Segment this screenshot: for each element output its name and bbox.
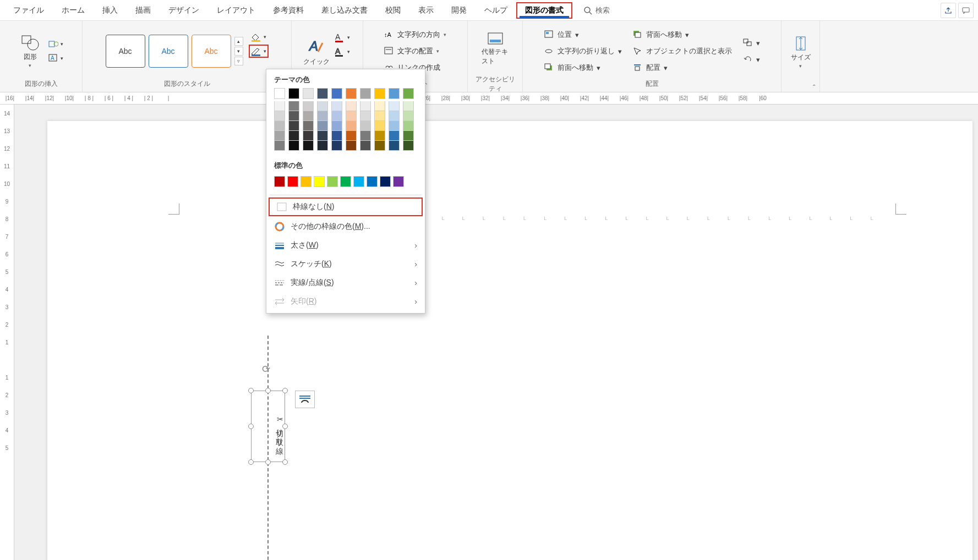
tab-layout[interactable]: レイアウト — [208, 2, 264, 19]
color-swatch[interactable] — [346, 131, 357, 141]
color-swatch[interactable] — [346, 88, 357, 99]
tab-references[interactable]: 参考資料 — [264, 2, 313, 19]
bring-forward-button[interactable]: 前面へ移動▾ — [544, 61, 622, 75]
collapse-ribbon-icon[interactable]: ⌃ — [812, 84, 816, 90]
tab-draw[interactable]: 描画 — [127, 2, 160, 19]
color-swatch[interactable] — [389, 131, 400, 141]
text-box-button[interactable]: A▾ — [46, 52, 66, 65]
color-swatch[interactable] — [393, 176, 404, 187]
position-button[interactable]: 位置▾ — [544, 28, 622, 42]
alt-text-button[interactable]: 代替テキスト — [482, 24, 509, 74]
color-swatch[interactable] — [327, 176, 338, 187]
align-button[interactable]: 配置▾ — [633, 61, 732, 75]
layout-options-button[interactable] — [295, 391, 315, 408]
tab-review[interactable]: 校閲 — [376, 2, 409, 19]
color-swatch[interactable] — [274, 176, 285, 187]
color-swatch[interactable] — [340, 176, 351, 187]
edit-shape-button[interactable]: ▾ — [46, 37, 66, 51]
color-swatch[interactable] — [403, 111, 414, 121]
document-area[interactable]: └└└└└└└└└└└└└└└└└└└└└└└└ ⟳ ✂切り取り線 — [14, 105, 978, 560]
color-swatch[interactable] — [374, 141, 385, 151]
more-outline-colors-item[interactable]: その他の枠線の色(M)... — [266, 217, 425, 236]
size-button[interactable]: サイズ ▾ — [787, 27, 815, 76]
text-fill-button[interactable]: A▾ — [332, 31, 352, 44]
resize-handle[interactable] — [282, 424, 288, 429]
color-swatch[interactable] — [317, 88, 328, 99]
color-swatch[interactable] — [303, 88, 314, 99]
tab-home[interactable]: ホーム — [53, 2, 94, 19]
comments-button[interactable] — [958, 3, 974, 18]
gallery-up[interactable]: ▴ — [234, 37, 243, 46]
color-swatch[interactable] — [374, 121, 385, 131]
gallery-down[interactable]: ▾ — [234, 47, 243, 56]
share-button[interactable] — [941, 3, 956, 18]
tab-help[interactable]: ヘルプ — [476, 2, 516, 19]
rotate-handle[interactable]: ⟳ — [262, 363, 270, 375]
tab-shape-format[interactable]: 図形の書式 — [516, 2, 572, 19]
selected-textbox[interactable]: ✂切り取り線 — [251, 391, 285, 462]
color-swatch[interactable] — [331, 141, 342, 151]
color-swatch[interactable] — [317, 131, 328, 141]
color-swatch[interactable] — [317, 111, 328, 121]
horizontal-ruler[interactable]: |16||14||12||10|| 8 || 6 || 4 || 2 |||16… — [0, 92, 978, 105]
align-text-button[interactable]: 文字の配置▾ — [384, 44, 439, 58]
tab-view[interactable]: 表示 — [409, 2, 442, 19]
resize-handle[interactable] — [282, 459, 288, 465]
color-swatch[interactable] — [389, 121, 400, 131]
tab-mailings[interactable]: 差し込み文書 — [313, 2, 376, 19]
wrap-text-button[interactable]: 文字列の折り返し▾ — [544, 44, 622, 58]
color-swatch[interactable] — [374, 111, 385, 121]
send-backward-button[interactable]: 背面へ移動▾ — [633, 28, 732, 42]
rotate-button[interactable]: ▾ — [743, 52, 760, 67]
resize-handle[interactable] — [265, 388, 271, 393]
color-swatch[interactable] — [403, 88, 414, 99]
color-swatch[interactable] — [287, 176, 298, 187]
color-swatch[interactable] — [389, 111, 400, 121]
color-swatch[interactable] — [403, 121, 414, 131]
color-swatch[interactable] — [274, 111, 285, 121]
color-swatch[interactable] — [360, 88, 371, 99]
text-outline-button[interactable]: A▾ — [332, 45, 352, 58]
color-swatch[interactable] — [303, 141, 314, 151]
color-swatch[interactable] — [346, 111, 357, 121]
color-swatch[interactable] — [303, 111, 314, 121]
color-swatch[interactable] — [367, 176, 378, 187]
tab-file[interactable]: ファイル — [4, 2, 53, 19]
text-direction-button[interactable]: ↕A文字列の方向▾ — [384, 28, 446, 42]
shape-outline-button[interactable]: ▾ — [249, 45, 269, 58]
color-swatch[interactable] — [331, 101, 342, 111]
weight-item[interactable]: 太さ(W) › — [266, 236, 425, 255]
color-swatch[interactable] — [274, 88, 285, 99]
search-box[interactable]: 検索 — [583, 6, 610, 15]
color-swatch[interactable] — [303, 101, 314, 111]
color-swatch[interactable] — [274, 121, 285, 131]
color-swatch[interactable] — [346, 121, 357, 131]
color-swatch[interactable] — [300, 176, 312, 187]
color-swatch[interactable] — [317, 121, 328, 131]
color-swatch[interactable] — [288, 111, 299, 121]
color-swatch[interactable] — [331, 88, 342, 99]
color-swatch[interactable] — [360, 131, 371, 141]
color-swatch[interactable] — [288, 121, 299, 131]
gallery-more[interactable]: ▿ — [234, 57, 243, 65]
color-swatch[interactable] — [303, 131, 314, 141]
color-swatch[interactable] — [374, 101, 385, 111]
resize-handle[interactable] — [282, 388, 288, 393]
shapes-button[interactable]: 図形 ▾ — [17, 26, 44, 76]
style-preset-3[interactable]: Abc — [192, 35, 231, 68]
resize-handle[interactable] — [248, 388, 254, 393]
color-swatch[interactable] — [314, 176, 325, 187]
color-swatch[interactable] — [288, 131, 299, 141]
no-outline-item[interactable]: 枠線なし(N) — [269, 197, 423, 216]
color-swatch[interactable] — [346, 141, 357, 151]
color-swatch[interactable] — [389, 88, 400, 99]
color-swatch[interactable] — [274, 141, 285, 151]
color-swatch[interactable] — [403, 131, 414, 141]
color-swatch[interactable] — [288, 88, 299, 99]
color-swatch[interactable] — [353, 176, 364, 187]
color-swatch[interactable] — [374, 131, 385, 141]
shape-fill-button[interactable]: ▾ — [249, 30, 269, 43]
color-swatch[interactable] — [288, 141, 299, 151]
page[interactable]: └└└└└└└└└└└└└└└└└└└└└└└└ ⟳ ✂切り取り線 — [47, 121, 972, 560]
color-swatch[interactable] — [346, 101, 357, 111]
